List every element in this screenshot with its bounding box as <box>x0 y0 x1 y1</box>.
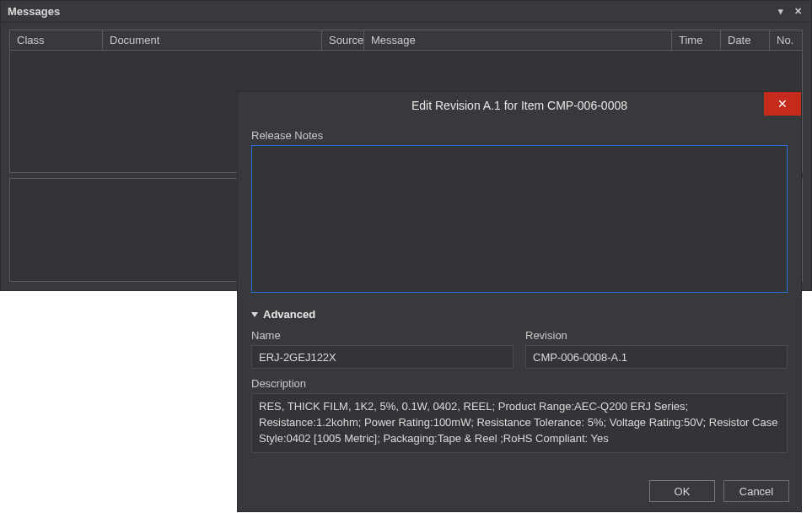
panel-close-icon[interactable]: ✕ <box>791 5 804 19</box>
edit-revision-dialog: Edit Revision A.1 for Item CMP-006-0008 … <box>237 91 802 512</box>
description-box[interactable]: RES, THICK FILM, 1K2, 5%, 0.1W, 0402, RE… <box>251 393 788 453</box>
messages-panel-title: Messages <box>8 5 60 18</box>
advanced-section-label: Advanced <box>263 308 315 321</box>
revision-field: Revision <box>525 329 788 369</box>
dialog-close-button[interactable]: ✕ <box>764 92 801 116</box>
dialog-footer: OK Cancel <box>238 471 801 511</box>
advanced-section-toggle[interactable]: Advanced <box>251 308 788 321</box>
ok-button[interactable]: OK <box>649 480 715 502</box>
description-label: Description <box>251 377 788 390</box>
release-notes-label: Release Notes <box>251 129 788 142</box>
revision-label: Revision <box>525 329 788 342</box>
name-revision-row: Name Revision <box>251 329 788 369</box>
description-field: Description RES, THICK FILM, 1K2, 5%, 0.… <box>251 377 788 471</box>
name-label: Name <box>251 329 514 342</box>
messages-column-headers: Class Document Source Message Time Date … <box>10 30 802 51</box>
panel-dropdown-icon[interactable]: ▾ <box>774 5 788 19</box>
col-header-date[interactable]: Date <box>721 30 770 50</box>
dialog-title-text: Edit Revision A.1 for Item CMP-006-0008 <box>411 99 627 112</box>
release-notes-input[interactable] <box>251 145 788 293</box>
col-header-message[interactable]: Message <box>364 30 672 50</box>
name-field: Name <box>251 329 514 369</box>
chevron-down-icon <box>251 312 258 317</box>
close-icon: ✕ <box>777 98 788 110</box>
dialog-titlebar: Edit Revision A.1 for Item CMP-006-0008 … <box>238 92 801 119</box>
revision-input[interactable] <box>525 345 788 369</box>
name-input[interactable] <box>251 345 514 369</box>
dialog-body: Release Notes Advanced Name Revision Des… <box>238 119 801 471</box>
col-header-time[interactable]: Time <box>672 30 721 50</box>
col-header-no[interactable]: No. <box>770 30 802 50</box>
messages-panel-header: Messages ▾ ✕ <box>1 1 811 23</box>
cancel-button[interactable]: Cancel <box>723 480 789 502</box>
col-header-document[interactable]: Document <box>103 30 322 50</box>
col-header-class[interactable]: Class <box>10 30 103 50</box>
col-header-source[interactable]: Source <box>322 30 364 50</box>
